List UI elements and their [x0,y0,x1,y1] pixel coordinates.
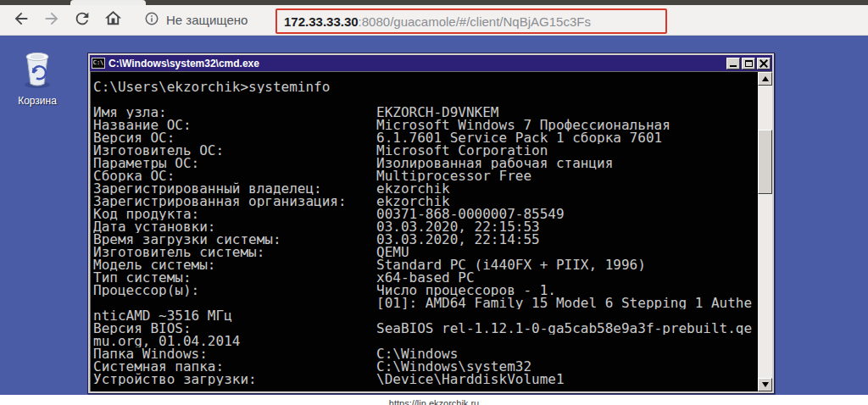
terminal-row-label: Изготовитель ОС: [93,144,376,157]
terminal-row-value: 6.1.7601 Service Pack 1 сборка 7601 [376,131,662,144]
recycle-bin-icon [15,78,59,92]
terminal-row-value: 00371-868-0000007-85549 [376,208,565,220]
terminal-row-label: Время загрузки системы: [93,233,376,246]
terminal-row: Версия BIOS:SeaBIOS rel-1.12.1-0-ga5cab5… [93,322,755,335]
terminal-row-label: Тип системы: [93,271,376,284]
scroll-up-button[interactable] [758,72,772,86]
terminal-row: Версия ОС:6.1.7601 Service Pack 1 сборка… [93,131,755,144]
terminal-row-label: Зарегистрированный владелец: [93,182,376,195]
footer-link: https://lin.ekzorchik.ru [389,398,479,405]
terminal-row-label: Изготовитель системы: [93,246,376,258]
url-path: :8080/guacamole/#/client/NqBjAG15c3Fs [359,14,591,29]
terminal-row-label: Процессор(ы): [93,284,376,297]
terminal-row-label: mu.org, 01.04.2014 [93,335,376,347]
scroll-down-button[interactable] [758,378,772,391]
back-icon [12,9,31,31]
terminal-row: Модель системы:Standard PC (i440FX + PII… [93,258,755,271]
terminal-output: C:\Users\ekzorchik>systeminfoИмя узла:EK… [93,80,755,386]
terminal-row: Зарегистрированный владелец:ekzorchik [93,182,755,195]
terminal-row-label: Параметры ОС: [93,157,376,169]
terminal-scrollbar[interactable] [758,72,772,391]
terminal-row: Изготовитель системы:QEMU [93,246,755,258]
terminal-row-value: QEMU [376,246,409,258]
terminal-row: Процессор(ы):Число процессоров - 1. [93,284,755,297]
cmd-titlebar[interactable]: C:\ C:\Windows\system32\cmd.exe [90,55,772,71]
cmd-prompt-icon: C:\ [92,58,105,69]
terminal-row: Время загрузки системы:03.03.2020, 22:14… [93,233,755,246]
terminal-row-value: EKZORCH-D9VNKEM [376,106,499,119]
terminal-row: Название ОС:Microsoft Windows 7 Професси… [93,119,755,131]
terminal-row-label: Дата установки: [93,220,376,233]
terminal-row: Параметры ОС:Изолированная рабочая станц… [93,157,755,169]
info-icon [144,11,159,30]
minimize-icon [730,65,737,67]
terminal-row: Изготовитель ОС:Microsoft Corporation [93,144,755,157]
terminal-row-value: [01]: AMD64 Family 15 Model 6 Stepping 1… [376,297,752,309]
terminal-row-value: 03.03.2020, 22:14:55 [376,233,540,246]
close-icon [760,59,768,68]
window-controls [725,58,771,69]
terminal-row-value: SeaBIOS rel-1.12.1-0-ga5cab58e9a3f-prebu… [376,322,752,335]
terminal-row-value: Число процессоров - 1. [376,284,556,297]
forward-button[interactable] [39,8,64,33]
terminal-row-value: Изолированная рабочая станция [376,157,613,169]
recycle-bin-label: Корзина [8,95,66,107]
site-security-indicator[interactable]: Не защищено [144,11,248,30]
terminal-row: Имя узла:EKZORCH-D9VNKEM [93,106,755,119]
footer: https://lin.ekzorchik.ru [0,395,868,405]
minimize-button[interactable] [726,58,740,69]
terminal-row-label: Код продукта: [93,208,376,220]
home-icon [103,8,123,31]
terminal-row-label: Имя узла: [93,106,376,119]
terminal-row-label: Версия ОС: [93,131,376,144]
terminal-row: nticAMD ~3516 МГц [93,309,755,322]
recycle-bin[interactable]: Корзина [8,47,66,107]
terminal-row-label: Модель системы: [93,258,376,271]
address-bar[interactable]: 172.33.33.30:8080/guacamole/#/client/NqB… [275,8,667,34]
terminal-row-label [93,93,376,106]
terminal-row: Зарегистрированная организация:ekzorchik [93,195,755,208]
terminal-row: Системная папка:C:\Windows\system32 [93,360,755,373]
browser-toolbar: Не защищено 172.33.33.30:8080/guacamole/… [0,5,868,36]
terminal[interactable]: C:\Users\ekzorchik>systeminfoИмя узла:EK… [90,71,772,391]
terminal-row-label: Зарегистрированная организация: [93,195,376,208]
arrow-up-icon [762,76,769,81]
screenshot-root: Не защищено 172.33.33.30:8080/guacamole/… [0,0,868,405]
terminal-row: C:\Users\ekzorchik>systeminfo [93,80,755,93]
terminal-row-label: Системная папка: [93,360,376,373]
cmd-window-title: C:\Windows\system32\cmd.exe [108,58,725,69]
url-host: 172.33.33.30 [284,14,359,29]
remote-desktop: Корзина C:\ C:\Windows\system32\cmd.exe … [0,36,868,395]
maximize-button[interactable] [742,58,755,69]
terminal-row-label: Устройство загрузки: [93,373,376,386]
terminal-row: Устройство загрузки:\Device\HarddiskVolu… [93,373,755,386]
reload-button[interactable] [70,8,95,33]
terminal-row-value: x64-based PC [376,271,475,284]
maximize-icon [745,60,753,67]
terminal-row-value: Multiprocessor Free [376,169,531,182]
terminal-row-value: \Device\HarddiskVolume1 [376,373,565,386]
terminal-row-label: nticAMD ~3516 МГц [93,309,376,322]
terminal-row-value: C:\Windows [376,347,458,360]
home-button[interactable] [100,8,125,33]
terminal-row-value: Standard PC (i440FX + PIIX, 1996) [376,258,646,271]
terminal-row-label [93,297,376,309]
terminal-row-value: Microsoft Windows 7 Профессиональная [376,119,670,131]
terminal-row-label: C:\Users\ekzorchik>systeminfo [93,80,376,93]
security-label: Не защищено [166,13,248,27]
terminal-row: mu.org, 01.04.2014 [93,335,755,347]
arrow-down-icon [762,382,769,387]
terminal-row-value: C:\Windows\system32 [376,360,531,373]
terminal-row-label: Версия BIOS: [93,322,376,335]
terminal-row: Дата установки:03.03.2020, 22:15:53 [93,220,755,233]
terminal-row: Тип системы:x64-based PC [93,271,755,284]
terminal-row: [01]: AMD64 Family 15 Model 6 Stepping 1… [93,297,755,309]
terminal-row-label: Название ОС: [93,119,376,131]
scrollbar-thumb[interactable] [758,130,772,194]
back-button[interactable] [8,8,34,33]
terminal-row-value: 03.03.2020, 22:15:53 [376,220,540,233]
close-button[interactable] [757,58,771,69]
reload-icon [73,9,92,31]
terminal-row: Сборка ОС:Multiprocessor Free [93,169,755,182]
terminal-row: Код продукта:00371-868-0000007-85549 [93,208,755,220]
